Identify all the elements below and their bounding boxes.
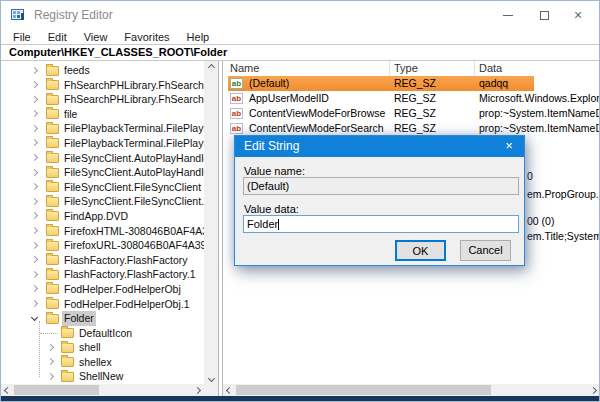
folder-icon xyxy=(46,124,59,134)
tree-item[interactable]: ShellNew xyxy=(1,369,204,384)
tree-item[interactable]: FileSyncClient.FileSyncClient xyxy=(1,180,204,195)
column-header-name[interactable]: Name xyxy=(223,61,390,76)
tree-item[interactable]: FlashFactory.FlashFactory.1 xyxy=(1,267,204,282)
scroll-right-button[interactable] xyxy=(587,384,599,396)
folder-icon xyxy=(46,80,59,90)
tree-item[interactable]: DefaultIcon xyxy=(1,326,204,341)
tree-item-label: FhSearchPHLibrary.FhSearchProto xyxy=(62,78,219,93)
tree-item-label: FileSyncClient.AutoPlayHandler.1 xyxy=(62,165,219,180)
tree-horizontal-scrollbar[interactable] xyxy=(1,384,218,396)
expand-chevron-icon[interactable] xyxy=(31,66,38,73)
folder-icon xyxy=(46,255,59,265)
expand-chevron-icon[interactable] xyxy=(31,271,38,278)
expand-chevron-icon[interactable] xyxy=(31,242,38,249)
scroll-down-button[interactable] xyxy=(205,372,217,384)
dialog-close-button[interactable]: × xyxy=(494,136,524,157)
menu-item-view[interactable]: View xyxy=(80,31,112,43)
close-button[interactable]: × xyxy=(563,1,593,29)
expand-chevron-icon[interactable] xyxy=(31,212,38,219)
tree-vertical-scrollbar[interactable] xyxy=(204,61,218,384)
expand-chevron-icon[interactable] xyxy=(47,344,54,351)
cancel-button[interactable]: Cancel xyxy=(460,240,511,261)
tree-item[interactable]: FlashFactory.FlashFactory xyxy=(1,253,204,268)
title-bar: Registry Editor × xyxy=(1,1,599,29)
obscured-value-data-fragment: em.PropGroup.De xyxy=(527,188,599,200)
scroll-left-button[interactable] xyxy=(223,384,235,396)
tree-item[interactable]: FileSyncClient.FileSyncClient.1 xyxy=(1,194,204,209)
expand-chevron-icon[interactable] xyxy=(31,81,38,88)
expand-chevron-icon[interactable] xyxy=(31,300,38,307)
address-bar[interactable]: Computer\HKEY_CLASSES_ROOT\Folder xyxy=(1,44,599,61)
column-header-data[interactable]: Data xyxy=(475,61,599,76)
folder-icon xyxy=(61,372,74,382)
menu-item-favorites[interactable]: Favorites xyxy=(120,31,173,43)
value-name-input[interactable]: (Default) xyxy=(243,177,519,195)
tree-item[interactable]: FindApp.DVD xyxy=(1,209,204,224)
tree-item[interactable]: feeds xyxy=(1,63,204,78)
dialog-title-bar[interactable]: Edit String × xyxy=(235,136,524,157)
scrollbar-thumb[interactable] xyxy=(14,385,99,395)
expand-chevron-icon[interactable] xyxy=(31,96,38,103)
expand-chevron-icon[interactable] xyxy=(47,358,54,365)
chevron-left-icon xyxy=(3,386,10,393)
registry-editor-icon[interactable] xyxy=(10,7,26,23)
tree-item[interactable]: FirefoxHTML-308046B0AF4A39CB xyxy=(1,224,204,239)
tree-item[interactable]: FodHelper.FodHelperObj xyxy=(1,282,204,297)
expand-chevron-icon[interactable] xyxy=(31,169,38,176)
scroll-left-button[interactable] xyxy=(1,384,13,396)
tree-item[interactable]: FhSearchPHLibrary.FhSearchProto xyxy=(1,92,204,107)
expand-chevron-icon[interactable] xyxy=(31,125,38,132)
expand-chevron-icon[interactable] xyxy=(47,373,54,380)
string-value-icon: ab xyxy=(230,78,243,89)
tree-item[interactable]: FilePlaybackTerminal.FilePlayback xyxy=(1,121,204,136)
expand-chevron-icon[interactable] xyxy=(31,198,38,205)
column-header-type[interactable]: Type xyxy=(390,61,475,76)
menu-item-help[interactable]: Help xyxy=(183,31,214,43)
tree-item[interactable]: shell xyxy=(1,340,204,355)
list-horizontal-scrollbar[interactable] xyxy=(223,384,599,396)
menu-item-edit[interactable]: Edit xyxy=(44,31,71,43)
value-type: REG_SZ xyxy=(394,106,474,121)
tree-item[interactable]: FileSyncClient.AutoPlayHandler.1 xyxy=(1,165,204,180)
minimize-button[interactable] xyxy=(493,1,523,29)
tree-item-label: FindApp.DVD xyxy=(62,209,130,224)
maximize-button[interactable] xyxy=(529,1,559,29)
expand-chevron-icon[interactable] xyxy=(31,227,38,234)
menu-item-file[interactable]: File xyxy=(9,31,35,43)
tree-item-label: FilePlaybackTerminal.FilePlayback. xyxy=(62,136,219,151)
tree-item[interactable]: FodHelper.FodHelperObj.1 xyxy=(1,297,204,312)
tree-item[interactable]: file xyxy=(1,107,204,122)
scroll-up-button[interactable] xyxy=(205,61,217,73)
expand-chevron-icon[interactable] xyxy=(31,285,38,292)
folder-icon xyxy=(61,328,74,338)
close-icon: × xyxy=(574,8,582,22)
folder-icon xyxy=(46,226,59,236)
tree-item[interactable]: Folder xyxy=(1,311,204,326)
expand-chevron-icon[interactable] xyxy=(31,154,38,161)
tree-item[interactable]: FilePlaybackTerminal.FilePlayback. xyxy=(1,136,204,151)
registry-value-row[interactable]: ab ContentViewModeForBrowse REG_SZ prop:… xyxy=(223,106,599,121)
expand-chevron-icon[interactable] xyxy=(31,314,38,321)
scrollbar-thumb[interactable] xyxy=(236,385,491,395)
expand-chevron-icon[interactable] xyxy=(31,256,38,263)
expand-chevron-icon[interactable] xyxy=(31,183,38,190)
string-value-icon: ab xyxy=(230,123,243,134)
tree-item[interactable]: FileSyncClient.AutoPlayHandler xyxy=(1,151,204,166)
tree-item[interactable]: FirefoxURL-308046B0AF4A39CB xyxy=(1,238,204,253)
expand-chevron-icon[interactable] xyxy=(31,110,38,117)
registry-value-row[interactable]: ab AppUserModelID REG_SZ Microsoft.Windo… xyxy=(223,91,599,106)
ok-button[interactable]: OK xyxy=(395,240,446,261)
scroll-right-button[interactable] xyxy=(191,384,203,396)
folder-icon xyxy=(46,95,59,105)
list-header: Name Type Data xyxy=(223,61,599,76)
minimize-icon xyxy=(503,15,513,16)
expand-chevron-icon[interactable] xyxy=(31,139,38,146)
tree-item-label: FilePlaybackTerminal.FilePlayback xyxy=(62,121,219,136)
window-title: Registry Editor xyxy=(34,8,113,22)
value-data-input[interactable]: Folder xyxy=(243,215,519,233)
tree-item[interactable]: shellex xyxy=(1,355,204,370)
value-type: REG_SZ xyxy=(394,91,474,106)
registry-value-row[interactable]: ab (Default) REG_SZ qadqq xyxy=(223,76,599,91)
tree-item[interactable]: FhSearchPHLibrary.FhSearchProto xyxy=(1,78,204,93)
registry-tree-panel: feeds FhSearchPHLibrary.FhSearchProto Fh… xyxy=(1,61,219,396)
